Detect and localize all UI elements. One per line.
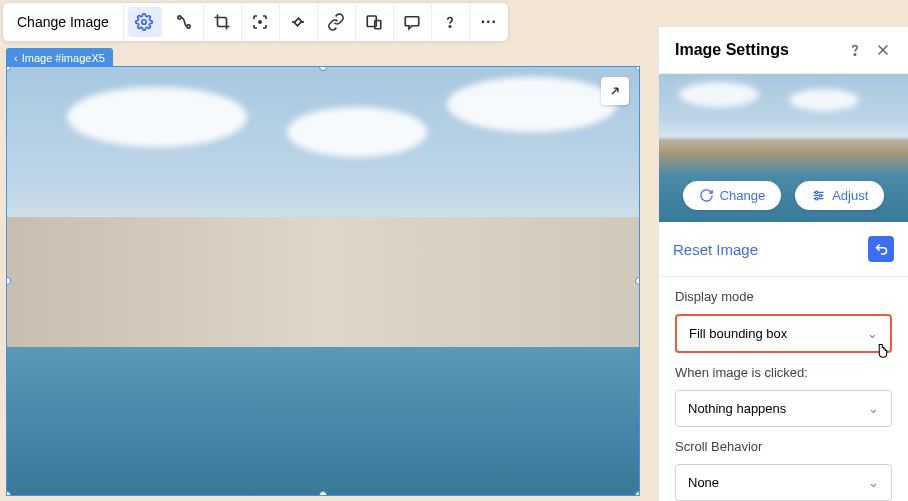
scroll-behavior-value: None <box>688 475 719 490</box>
chevron-down-icon: ⌄ <box>868 475 879 490</box>
svg-point-13 <box>819 194 822 197</box>
resize-handle[interactable] <box>6 491 11 496</box>
svg-point-14 <box>816 197 819 200</box>
resize-handle[interactable] <box>6 66 11 71</box>
resize-handle[interactable] <box>319 66 327 71</box>
settings-icon[interactable] <box>128 7 162 37</box>
help-icon[interactable] <box>432 3 470 41</box>
change-button-label: Change <box>720 188 766 203</box>
display-mode-value: Fill bounding box <box>689 326 787 341</box>
image-settings-panel: Image Settings Change Adjust Reset Image <box>658 26 908 501</box>
change-button[interactable]: Change <box>683 181 782 210</box>
on-click-section: When image is clicked: Nothing happens ⌄ <box>659 353 908 427</box>
panel-header: Image Settings <box>659 27 908 74</box>
resize-handle[interactable] <box>635 491 640 496</box>
panel-title: Image Settings <box>675 41 836 59</box>
svg-point-2 <box>187 25 190 28</box>
crop-icon[interactable] <box>204 3 242 41</box>
on-click-label: When image is clicked: <box>675 365 892 380</box>
change-image-button[interactable]: Change Image <box>3 3 124 41</box>
display-mode-select[interactable]: Fill bounding box ⌄ <box>675 314 892 353</box>
image-toolbar: Change Image ··· <box>2 2 509 42</box>
on-click-value: Nothing happens <box>688 401 786 416</box>
display-mode-section: Display mode Fill bounding box ⌄ <box>659 277 908 353</box>
close-icon[interactable] <box>874 41 892 59</box>
chevron-left-icon: ‹ <box>14 52 18 64</box>
adjust-button-label: Adjust <box>832 188 868 203</box>
link-icon[interactable] <box>318 3 356 41</box>
breadcrumb[interactable]: ‹ Image #imageX5 <box>6 48 113 68</box>
svg-point-1 <box>178 16 181 19</box>
comment-icon[interactable] <box>394 3 432 41</box>
svg-point-3 <box>259 21 261 23</box>
display-mode-label: Display mode <box>675 289 892 304</box>
adjust-button[interactable]: Adjust <box>795 181 884 210</box>
scroll-behavior-select[interactable]: None ⌄ <box>675 464 892 501</box>
help-icon[interactable] <box>846 41 864 59</box>
resize-handle[interactable] <box>635 277 640 285</box>
scroll-behavior-label: Scroll Behavior <box>675 439 892 454</box>
resize-handle[interactable] <box>319 491 327 496</box>
on-click-select[interactable]: Nothing happens ⌄ <box>675 390 892 427</box>
responsive-icon[interactable] <box>356 3 394 41</box>
svg-point-0 <box>142 20 147 25</box>
svg-point-7 <box>450 26 452 28</box>
svg-point-8 <box>854 54 856 56</box>
undo-icon[interactable] <box>868 236 894 262</box>
svg-point-12 <box>816 191 819 194</box>
breadcrumb-label: Image #imageX5 <box>22 52 105 64</box>
expand-icon[interactable] <box>601 77 629 105</box>
selected-image[interactable] <box>6 66 640 496</box>
reset-image-link[interactable]: Reset Image <box>673 241 868 258</box>
resize-handle[interactable] <box>635 66 640 71</box>
more-icon[interactable]: ··· <box>470 3 508 41</box>
focal-point-icon[interactable] <box>242 3 280 41</box>
chevron-down-icon: ⌄ <box>868 401 879 416</box>
scroll-behavior-section: Scroll Behavior None ⌄ <box>659 427 908 501</box>
chevron-down-icon: ⌄ <box>867 326 878 341</box>
mask-icon[interactable] <box>280 3 318 41</box>
path-tool-icon[interactable] <box>166 3 204 41</box>
image-preview: Change Adjust <box>659 74 908 222</box>
svg-rect-4 <box>295 18 302 25</box>
